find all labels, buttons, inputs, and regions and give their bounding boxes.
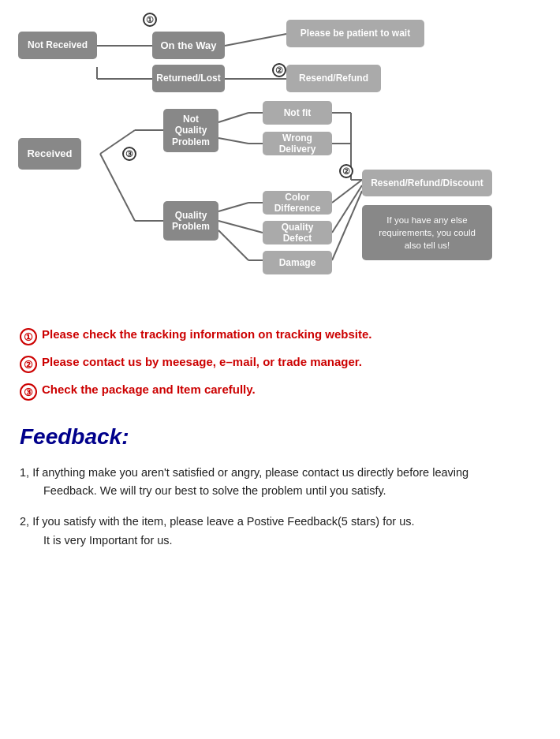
feedback-item-2: 2, If you satisfy with the item, please … [20,513,540,549]
node-please-patient: Please be patient to wait [286,20,424,47]
instruction-2: ② Please contact us by meesage, e–mail, … [20,355,540,373]
node-resend-refund: Resend/Refund [286,65,381,92]
svg-line-3 [225,34,286,46]
feedback-main-2: If you satisfy with the item, please lea… [32,515,414,528]
svg-line-21 [332,180,362,203]
node-received: Received [18,138,81,170]
svg-line-13 [218,203,248,211]
feedback-main-1: If anything make you aren't satisfied or… [32,466,469,479]
node-on-the-way: On the Way [152,32,225,59]
instruction-text-1: Please check the tracking information on… [42,327,371,341]
feedback-section: Feedback: 1, If anything make you aren't… [12,424,548,550]
node-not-fit: Not fit [263,101,332,125]
node-not-quality: Not Quality Problem [163,109,218,152]
circle-num-3: ③ [122,147,136,161]
node-quality-defect: Quality Defect [263,221,332,244]
instruction-num-1: ① [20,328,37,345]
instruction-3: ③ Check the package and Item carefully. [20,383,540,401]
svg-line-22 [332,185,362,233]
node-if-you-have: If you have any else requirements, you c… [362,205,492,260]
svg-line-16 [218,230,248,260]
svg-line-11 [218,138,248,144]
node-quality-problem: Quality Problem [163,201,218,241]
circle-num-2-mid: ② [339,164,353,178]
feedback-label-2: 2, [20,515,29,528]
instruction-text-2: Please contact us by meesage, e–mail, or… [42,355,362,368]
instruction-1: ① Please check the tracking information … [20,327,540,345]
instruction-num-3: ③ [20,383,37,401]
node-not-received: Not Received [18,32,97,59]
node-resend-refund-discount: Resend/Refund/Discount [362,170,492,196]
circle-num-1-top: ① [143,13,157,27]
feedback-label-1: 1, [20,466,29,479]
node-returned-lost: Returned/Lost [152,65,225,92]
svg-line-7 [100,154,135,221]
feedback-title: Feedback: [20,424,540,450]
feedback-item-1: 1, If anything make you aren't satisfied… [20,464,540,500]
svg-line-15 [218,221,263,233]
node-color-difference: Color Difference [263,191,332,215]
svg-line-23 [332,191,362,260]
circle-num-2-top: ② [272,63,286,77]
instruction-text-3: Check the package and Item carefully. [42,383,256,396]
instruction-num-2: ② [20,356,37,373]
instructions-section: ① Please check the tracking information … [12,327,548,401]
node-damage: Damage [263,251,332,274]
feedback-indent-2: It is very Important for us. [20,532,173,550]
node-wrong-delivery: Wrong Delivery [263,132,332,155]
svg-line-9 [218,113,248,122]
feedback-indent-1: Feedback. We will try our best to solve … [20,482,386,500]
flowchart: Not Received ① On the Way Please be pati… [12,8,548,315]
